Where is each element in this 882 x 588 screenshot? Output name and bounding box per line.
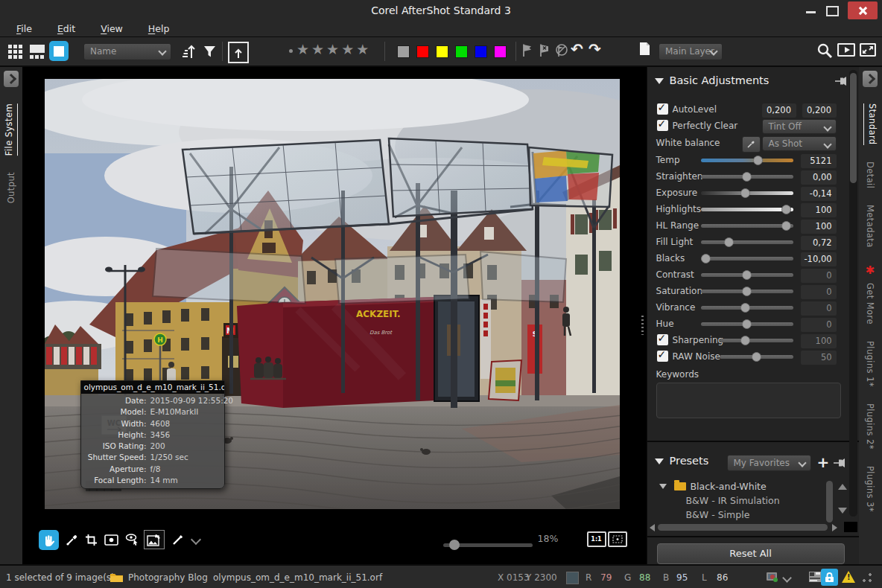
straighten-value[interactable]: 0,00 [801,170,837,185]
autolevel-value-1[interactable]: 0,200 [762,103,796,118]
highlights-slider-handle[interactable] [781,205,791,214]
undo-icon[interactable]: ↶ [571,42,583,57]
exposure-slider-handle[interactable] [740,188,750,198]
collapse-triangle-icon[interactable] [655,78,664,84]
tab-plugins-3[interactable]: Plugins 3* [865,466,875,512]
blacks-value[interactable]: -10,00 [801,252,837,266]
color-swatch-5[interactable] [475,45,487,58]
color-swatch-4[interactable] [455,45,468,58]
hl-range-slider-handle[interactable] [781,221,791,231]
flag-reject-icon[interactable] [539,43,551,57]
tab-detail[interactable]: Detail [865,162,875,188]
tab-metadata[interactable]: Metadata [865,205,875,248]
actual-size-button[interactable]: 1:1 [587,531,606,547]
exposure-slider[interactable] [701,188,793,199]
blacks-slider-handle[interactable] [701,254,711,263]
flag-clear-icon[interactable] [555,43,568,57]
menu-help[interactable]: Help [148,23,170,34]
contrast-value[interactable]: 0 [801,269,837,283]
image-edit-tool-button[interactable] [144,530,165,549]
rating-star-2[interactable]: ★ [311,41,326,57]
redeye-tool-button[interactable] [103,531,121,548]
draw-tool-button[interactable] [170,531,186,548]
perfectly-clear-checkbox[interactable] [657,120,668,131]
chevron-down-icon[interactable] [782,573,792,583]
raw-noise-slider-handle[interactable] [752,352,761,362]
rating-star-3[interactable]: ★ [326,41,341,57]
white-balance-dropdown[interactable]: As Shot [762,136,837,151]
fullscreen-icon[interactable] [860,43,876,58]
exposure-value[interactable]: -0,14 [801,187,837,201]
image-viewer[interactable]: M Müller H WC [22,67,647,564]
temp-slider-handle[interactable] [753,156,763,165]
menu-file[interactable]: File [16,23,32,34]
maximize-button[interactable] [826,6,839,16]
saturation-value[interactable]: 0 [801,285,837,299]
lock-button[interactable] [821,569,838,586]
wb-eyedropper-button[interactable] [742,136,761,153]
color-swatch-3[interactable] [436,45,448,58]
presets-hscrollbar[interactable] [658,524,828,531]
proof-icon[interactable] [809,572,821,582]
expand-triangle-icon[interactable] [659,484,667,489]
layer-dropdown[interactable]: Main Layer [659,43,723,60]
highlights-value[interactable]: 100 [801,203,837,217]
scroll-left-arrow[interactable] [650,524,655,531]
rating-star-4[interactable]: ★ [341,41,356,57]
highlights-slider[interactable] [701,204,793,215]
autolevel-value-2[interactable]: 0,200 [802,103,837,118]
fill-light-slider[interactable] [701,237,793,248]
tools-more-chevron[interactable] [191,534,201,545]
keywords-input[interactable] [656,383,841,418]
expand-left-panel-button[interactable] [4,71,19,87]
tab-plugins-2[interactable]: Plugins 2* [865,403,875,450]
thumbnail-view-button[interactable] [6,42,24,60]
raw-noise-slider[interactable] [720,351,793,362]
rating-star-1[interactable]: ★ [296,41,311,57]
hl-range-value[interactable]: 100 [801,220,837,234]
panel-scrollbar-track[interactable] [849,70,857,517]
favorites-dropdown[interactable]: My Favorites [727,455,811,471]
eyedropper-tool-button[interactable] [64,531,80,548]
straighten-slider[interactable] [701,171,793,182]
menu-edit[interactable]: Edit [57,23,75,34]
temp-value[interactable]: 5121 [801,154,837,168]
layer-page-icon[interactable] [639,42,650,56]
vibrance-slider-handle[interactable] [740,303,750,313]
panel-splitter[interactable] [641,316,644,335]
contrast-slider-handle[interactable] [742,270,752,280]
vibrance-slider[interactable] [701,302,793,313]
redo-icon[interactable]: ↷ [588,42,601,57]
sharpening-slider[interactable] [720,335,793,346]
tab-get-more[interactable]: ✱Get More [865,263,875,325]
zoom-slider[interactable] [443,543,533,547]
panel-scrollbar-thumb[interactable] [850,73,857,183]
sort-field-dropdown[interactable]: Name [83,43,171,60]
sharpening-value[interactable]: 100 [801,334,837,348]
raw-noise-value[interactable]: 50 [801,351,837,365]
raw-noise-checkbox[interactable] [657,351,668,362]
collapse-right-panel-button[interactable] [863,71,878,87]
fit-to-window-button[interactable] [608,531,627,547]
zoom-slider-handle[interactable] [449,540,460,550]
slideshow-icon[interactable] [837,43,855,58]
hue-slider-handle[interactable] [742,319,752,329]
tab-output[interactable]: Output [6,172,16,203]
tab-file-system[interactable]: File System [4,103,18,156]
tab-standard[interactable]: Standard [863,103,878,145]
tint-dropdown[interactable]: Tint Off [762,119,837,134]
autolevel-checkbox[interactable] [657,103,668,115]
pin-icon[interactable] [835,77,847,86]
vibrance-value[interactable]: 0 [801,301,837,316]
scroll-down-arrow[interactable] [838,508,847,514]
collapse-triangle-icon[interactable] [655,458,664,464]
magnifier-icon[interactable] [816,42,833,59]
minimize-button[interactable] [806,11,816,13]
fill-light-slider-handle[interactable] [724,237,734,247]
crop-tool-button[interactable] [83,531,100,548]
pan-tool-button[interactable] [39,530,59,550]
menu-view[interactable]: View [101,23,123,34]
close-button[interactable] [848,1,878,19]
straighten-slider-handle[interactable] [742,172,752,182]
blacks-slider[interactable] [701,253,793,264]
